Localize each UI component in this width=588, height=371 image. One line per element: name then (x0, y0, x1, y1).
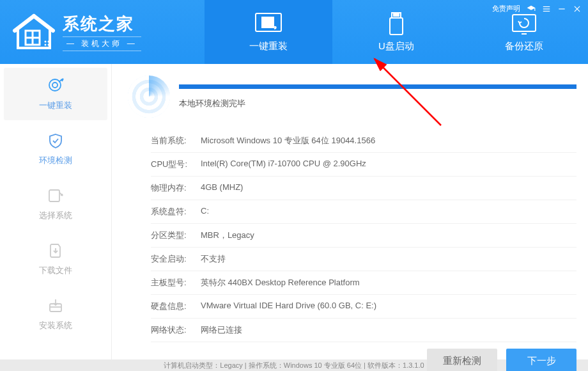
svg-rect-17 (268, 23, 274, 28)
menu-icon[interactable] (542, 4, 551, 13)
shield-icon (47, 132, 65, 150)
info-row: 分区类型:MBR，Legacy (151, 224, 576, 248)
sidebar-item-label: 安装系统 (39, 320, 72, 331)
backup-icon (510, 12, 538, 35)
tab-reinstall[interactable]: 一键重装 (205, 0, 332, 64)
install-icon (47, 297, 65, 315)
sidebar-item-label: 一键重装 (39, 100, 72, 111)
svg-point-11 (45, 44, 47, 46)
info-value: 网络已连接 (201, 324, 576, 336)
progress-row: 本地环境检测完毕 (128, 75, 576, 118)
info-value: 英特尔 440BX Desktop Reference Platform (201, 277, 576, 288)
info-label: CPU型号: (151, 159, 201, 170)
info-label: 分区类型: (151, 230, 201, 241)
sidebar-item-reinstall[interactable]: 一键重装 (4, 68, 107, 120)
disclaimer-link[interactable]: 免责声明 (492, 4, 520, 13)
minimize-icon[interactable] (557, 4, 566, 13)
actions: 重新检测 下一步 (128, 342, 576, 371)
graduation-icon[interactable] (527, 4, 536, 13)
info-label: 系统盘符: (151, 206, 201, 217)
sidebar-item-install[interactable]: 安装系统 (4, 288, 107, 340)
svg-rect-15 (268, 17, 274, 22)
sidebar-item-label: 选择系统 (39, 210, 72, 221)
info-label: 物理内存: (151, 182, 201, 194)
svg-point-12 (48, 44, 50, 46)
info-row: 硬盘信息:VMware Virtual IDE Hard Drive (60.0… (151, 295, 576, 319)
logo-title: 系统之家 (63, 13, 141, 35)
info-list: 当前系统:Microsoft Windows 10 专业版 64位 19044.… (128, 129, 576, 342)
select-icon (47, 187, 65, 205)
svg-rect-19 (394, 14, 396, 16)
tab-usb-boot[interactable]: U盘启动 (332, 0, 460, 64)
sidebar-item-label: 环境检测 (39, 155, 72, 166)
svg-rect-16 (262, 23, 267, 28)
info-label: 硬盘信息: (151, 301, 201, 312)
windows-icon (254, 12, 282, 35)
next-button[interactable]: 下一步 (506, 349, 576, 371)
info-value: 4GB (MHZ) (201, 182, 576, 194)
svg-rect-14 (262, 17, 267, 22)
svg-rect-26 (49, 190, 59, 201)
main-panel: 本地环境检测完毕 当前系统:Microsoft Windows 10 专业版 6… (112, 64, 588, 359)
info-row: 当前系统:Microsoft Windows 10 专业版 64位 19044.… (151, 129, 576, 153)
info-row: 物理内存:4GB (MHZ) (151, 177, 576, 200)
svg-point-9 (45, 41, 47, 43)
info-row: CPU型号:Intel(R) Core(TM) i7-10700 CPU @ 2… (151, 153, 576, 177)
usb-icon (382, 12, 410, 35)
svg-point-10 (48, 41, 50, 43)
info-value: MBR，Legacy (201, 230, 576, 241)
info-row: 网络状态:网络已连接 (151, 319, 576, 342)
info-row: 安全启动:不支持 (151, 248, 576, 271)
progress-bar (179, 84, 576, 89)
info-row: 系统盘符:C: (151, 200, 576, 224)
info-label: 主板型号: (151, 277, 201, 288)
logo-icon (12, 13, 56, 51)
close-icon[interactable] (573, 4, 582, 13)
info-label: 安全启动: (151, 253, 201, 265)
svg-rect-22 (513, 15, 536, 31)
header: 免责声明 系统之家 — (0, 0, 588, 64)
svg-rect-21 (390, 18, 403, 35)
info-label: 网络状态: (151, 324, 201, 336)
info-value: Microsoft Windows 10 专业版 64位 19044.1566 (201, 135, 576, 146)
info-value: C: (201, 206, 576, 217)
sidebar-item-select-system[interactable]: 选择系统 (4, 178, 107, 230)
radar-icon (128, 75, 170, 118)
tab-label: 一键重装 (249, 40, 288, 52)
svg-rect-20 (397, 14, 399, 16)
download-icon (47, 242, 65, 260)
target-icon (47, 77, 65, 95)
titlebar: 免责声明 (492, 4, 582, 13)
info-label: 当前系统: (151, 135, 201, 146)
sidebar-item-label: 下载文件 (39, 265, 72, 276)
logo-area: 系统之家 — 装机大师 — (0, 0, 205, 64)
tab-label: 备份还原 (505, 40, 543, 52)
info-value: Intel(R) Core(TM) i7-10700 CPU @ 2.90GHz (201, 159, 576, 170)
svg-point-25 (52, 83, 58, 88)
info-value: VMware Virtual IDE Hard Drive (60.0 GB, … (201, 301, 576, 312)
logo-subtitle: — 装机大师 — (63, 36, 141, 51)
progress-text: 本地环境检测完毕 (179, 98, 576, 109)
body: 一键重装 环境检测 选择系统 (0, 64, 588, 359)
recheck-button[interactable]: 重新检测 (427, 349, 497, 371)
sidebar-item-download[interactable]: 下载文件 (4, 233, 107, 285)
info-row: 主板型号:英特尔 440BX Desktop Reference Platfor… (151, 271, 576, 295)
tab-label: U盘启动 (378, 40, 414, 52)
sidebar: 一键重装 环境检测 选择系统 (0, 64, 112, 359)
info-value: 不支持 (201, 253, 576, 265)
sidebar-item-env-check[interactable]: 环境检测 (4, 123, 107, 175)
